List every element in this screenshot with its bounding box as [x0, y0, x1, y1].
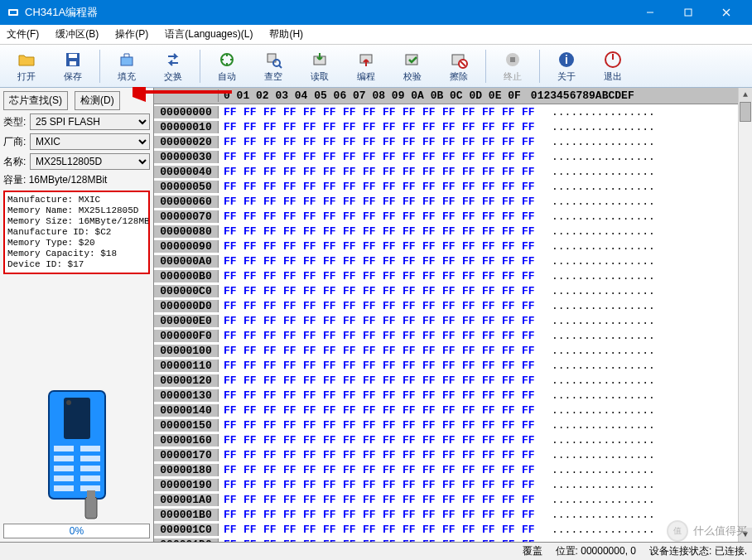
- exit-button[interactable]: 退出: [591, 46, 634, 86]
- hex-address: 00000190: [154, 479, 219, 491]
- hex-ascii: ................: [542, 240, 655, 253]
- save-button[interactable]: 保存: [51, 46, 94, 86]
- menu-buffer[interactable]: 缓冲区(B): [55, 27, 99, 41]
- hex-row[interactable]: 000000C0FFFFFFFFFFFFFFFFFFFFFFFFFFFFFFFF…: [154, 283, 738, 298]
- hex-row[interactable]: 00000190FFFFFFFFFFFFFFFFFFFFFFFFFFFFFFFF…: [154, 477, 738, 492]
- hex-header: 0 01 02 03 04 05 06 07 08 09 0A 0B 0C 0D…: [154, 88, 738, 104]
- hex-ascii: ................: [542, 374, 655, 387]
- hex-ascii: ................: [542, 121, 655, 133]
- hex-address: 00000050: [154, 181, 219, 193]
- hex-row[interactable]: 00000060FFFFFFFFFFFFFFFFFFFFFFFFFFFFFFFF…: [154, 194, 738, 209]
- swap-button[interactable]: 交换: [152, 46, 195, 86]
- open-button[interactable]: 打开: [5, 46, 48, 86]
- menu-operate[interactable]: 操作(P): [115, 27, 148, 41]
- fill-button[interactable]: 填充: [105, 46, 148, 86]
- hex-bytes: FFFFFFFFFFFFFFFFFFFFFFFFFFFFFFFF: [219, 479, 542, 491]
- type-label: 类型:: [3, 115, 27, 129]
- hex-row[interactable]: 000000D0FFFFFFFFFFFFFFFFFFFFFFFFFFFFFFFF…: [154, 298, 738, 313]
- hex-row[interactable]: 000001B0FFFFFFFFFFFFFFFFFFFFFFFFFFFFFFFF…: [154, 507, 738, 522]
- verify-button[interactable]: 校验: [391, 46, 434, 86]
- progress-bar: 0%: [3, 524, 150, 538]
- hex-address: 000000D0: [154, 300, 219, 312]
- read-button[interactable]: 读取: [298, 46, 341, 86]
- write-icon: [356, 50, 376, 70]
- hex-row[interactable]: 00000140FFFFFFFFFFFFFFFFFFFFFFFFFFFFFFFF…: [154, 403, 738, 418]
- hex-address: 00000140: [154, 404, 219, 417]
- hex-bytes: FFFFFFFFFFFFFFFFFFFFFFFFFFFFFFFF: [219, 449, 542, 461]
- menu-bar: 文件(F) 缓冲区(B) 操作(P) 语言(Languages)(L) 帮助(H…: [0, 25, 752, 45]
- hex-row[interactable]: 00000100FFFFFFFFFFFFFFFFFFFFFFFFFFFFFFFF…: [154, 343, 738, 358]
- hex-row[interactable]: 00000120FFFFFFFFFFFFFFFFFFFFFFFFFFFFFFFF…: [154, 373, 738, 388]
- svg-point-12: [273, 60, 280, 66]
- hex-row[interactable]: 000001D0FFFFFFFFFFFFFFFFFFFFFFFFFFFFFFFF…: [154, 537, 738, 542]
- program-button[interactable]: 编程: [345, 46, 388, 86]
- vertical-scrollbar[interactable]: ▲ ▼: [738, 88, 752, 542]
- exit-icon: [603, 50, 623, 70]
- hex-ascii: ................: [542, 330, 655, 342]
- status-bar: 覆盖 位置: 00000000, 0 设备连接状态: 已连接.: [0, 542, 752, 560]
- hex-address: 00000120: [154, 374, 219, 387]
- stop-button[interactable]: 终止: [491, 46, 534, 86]
- minimize-button[interactable]: [631, 0, 669, 25]
- menu-file[interactable]: 文件(F): [7, 27, 39, 41]
- hex-row[interactable]: 00000040FFFFFFFFFFFFFFFFFFFFFFFFFFFFFFFF…: [154, 164, 738, 179]
- svg-rect-3: [685, 9, 692, 16]
- scroll-down-arrow[interactable]: ▼: [739, 528, 752, 542]
- hex-address: 00000010: [154, 121, 219, 133]
- erase-icon: [449, 50, 469, 70]
- hex-row[interactable]: 00000110FFFFFFFFFFFFFFFFFFFFFFFFFFFFFFFF…: [154, 358, 738, 373]
- hex-row[interactable]: 00000130FFFFFFFFFFFFFFFFFFFFFFFFFFFFFFFF…: [154, 388, 738, 403]
- hex-row[interactable]: 00000050FFFFFFFFFFFFFFFFFFFFFFFFFFFFFFFF…: [154, 179, 738, 194]
- hex-row[interactable]: 00000180FFFFFFFFFFFFFFFFFFFFFFFFFFFFFFFF…: [154, 462, 738, 477]
- swap-icon: [163, 50, 183, 70]
- type-select[interactable]: 25 SPI FLASH: [30, 113, 150, 130]
- hex-row[interactable]: 00000070FFFFFFFFFFFFFFFFFFFFFFFFFFFFFFFF…: [154, 209, 738, 224]
- hex-row[interactable]: 00000000FFFFFFFFFFFFFFFFFFFFFFFFFFFFFFFF…: [154, 104, 738, 119]
- hex-header-bytes: 0 01 02 03 04 05 06 07 08 09 0A 0B 0C 0D…: [219, 89, 521, 102]
- svg-rect-35: [54, 476, 74, 481]
- hex-row[interactable]: 000000E0FFFFFFFFFFFFFFFFFFFFFFFFFFFFFFFF…: [154, 313, 738, 328]
- detect-button[interactable]: 检测(D): [75, 91, 120, 110]
- hex-row[interactable]: 00000170FFFFFFFFFFFFFFFFFFFFFFFFFFFFFFFF…: [154, 447, 738, 462]
- chip-info-box: Manufacture: MXIC Memory Name: MX25L1280…: [3, 191, 150, 274]
- hex-address: 00000020: [154, 136, 219, 148]
- hex-row[interactable]: 00000020FFFFFFFFFFFFFFFFFFFFFFFFFFFFFFFF…: [154, 134, 738, 149]
- hex-row[interactable]: 000000A0FFFFFFFFFFFFFFFFFFFFFFFFFFFFFFFF…: [154, 253, 738, 268]
- hex-bytes: FFFFFFFFFFFFFFFFFFFFFFFFFFFFFFFF: [219, 389, 542, 402]
- hex-row[interactable]: 00000150FFFFFFFFFFFFFFFFFFFFFFFFFFFFFFFF…: [154, 418, 738, 432]
- erase-button[interactable]: 擦除: [437, 46, 480, 86]
- scrollbar-thumb[interactable]: [740, 102, 751, 122]
- status-conn-label: 设备连接状态:: [649, 545, 711, 557]
- hex-row[interactable]: 000000B0FFFFFFFFFFFFFFFFFFFFFFFFFFFFFFFF…: [154, 268, 738, 283]
- name-select[interactable]: MX25L12805D: [30, 153, 150, 170]
- menu-help[interactable]: 帮助(H): [269, 27, 303, 41]
- close-button[interactable]: [707, 0, 745, 25]
- svg-rect-30: [80, 446, 100, 451]
- hex-body[interactable]: 00000000FFFFFFFFFFFFFFFFFFFFFFFFFFFFFFFF…: [154, 104, 738, 542]
- vendor-select[interactable]: MXIC: [30, 133, 150, 150]
- blank-check-button[interactable]: 查空: [252, 46, 295, 86]
- scroll-up-arrow[interactable]: ▲: [739, 88, 752, 102]
- hex-row[interactable]: 000000F0FFFFFFFFFFFFFFFFFFFFFFFFFFFFFFFF…: [154, 328, 738, 343]
- hex-row[interactable]: 00000090FFFFFFFFFFFFFFFFFFFFFFFFFFFFFFFF…: [154, 239, 738, 253]
- menu-language[interactable]: 语言(Languages)(L): [165, 27, 253, 41]
- hex-row[interactable]: 00000010FFFFFFFFFFFFFFFFFFFFFFFFFFFFFFFF…: [154, 119, 738, 134]
- maximize-button[interactable]: [669, 0, 707, 25]
- chip-search-button[interactable]: 芯片查找(S): [3, 91, 68, 110]
- hex-ascii: ................: [542, 389, 655, 402]
- hex-ascii: ................: [542, 345, 655, 357]
- hex-row[interactable]: 00000030FFFFFFFFFFFFFFFFFFFFFFFFFFFFFFFF…: [154, 149, 738, 164]
- svg-rect-29: [54, 446, 74, 451]
- hex-row[interactable]: 000001C0FFFFFFFFFFFFFFFFFFFFFFFFFFFFFFFF…: [154, 522, 738, 537]
- hex-address: 00000080: [154, 225, 219, 238]
- about-button[interactable]: i关于: [545, 46, 588, 86]
- hex-ascii: ................: [542, 494, 655, 506]
- hex-ascii: ................: [542, 285, 655, 297]
- hex-row[interactable]: 00000080FFFFFFFFFFFFFFFFFFFFFFFFFFFFFFFF…: [154, 224, 738, 239]
- folder-open-icon: [17, 50, 36, 70]
- svg-rect-1: [10, 11, 17, 14]
- hex-row[interactable]: 000001A0FFFFFFFFFFFFFFFFFFFFFFFFFFFFFFFF…: [154, 492, 738, 507]
- auto-button[interactable]: 自动: [205, 46, 248, 86]
- hex-row[interactable]: 00000160FFFFFFFFFFFFFFFFFFFFFFFFFFFFFFFF…: [154, 432, 738, 447]
- stop-icon: [503, 50, 523, 70]
